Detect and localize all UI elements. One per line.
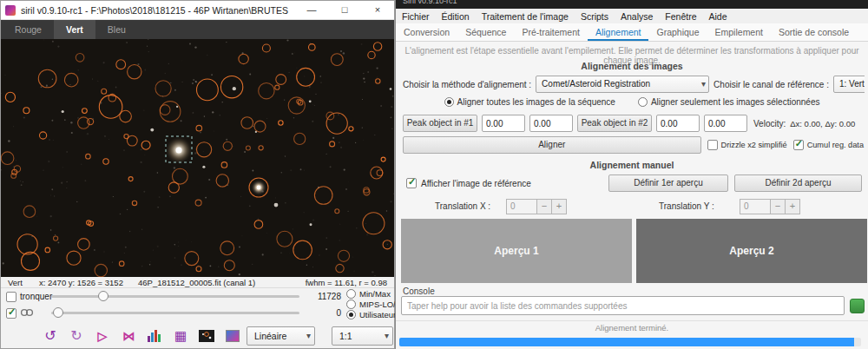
status-channel: Vert [8, 278, 23, 287]
chain-link-icon [20, 308, 34, 319]
control-window-titlebar[interactable]: Siril v0.9.10-rc1 [396, 0, 868, 9]
align-button[interactable]: Aligner [403, 136, 701, 154]
channel-tabs: Rouge Vert Bleu [1, 20, 394, 39]
menubar: Fichier Édition Traitement de l'image Sc… [396, 9, 868, 23]
translation-x-value[interactable]: 0 [506, 199, 537, 214]
peak-object-1-button[interactable]: Peak object in #1 [403, 115, 477, 132]
high-slider-handle[interactable] [98, 291, 108, 301]
translation-y-label: Translation Y : [659, 201, 714, 211]
set-preview2-button[interactable]: Définir 2d aperçu [734, 174, 862, 192]
preview-pane-2: Aperçu 2 [636, 219, 867, 283]
console-input[interactable] [401, 296, 845, 315]
align-row: Aligner Drizzle x2 simplifié Cumul reg. … [403, 136, 864, 154]
method-row: Choisir la méthode d'alignement : Comet/… [403, 76, 865, 93]
peak2-x-input[interactable] [656, 115, 700, 132]
mode-minmax[interactable]: Min/Max [346, 289, 391, 299]
peak1-x-input[interactable] [482, 115, 525, 132]
close-icon[interactable]: × [361, 1, 394, 19]
radio-icon[interactable] [638, 97, 648, 107]
control-window-title: Siril v0.9.10-rc1 [403, 0, 457, 5]
low-level-value: 0 [293, 308, 341, 318]
tab-sequence[interactable]: Séquence [457, 23, 514, 41]
siril-control-window: Siril v0.9.10-rc1 Fichier Édition Traite… [395, 0, 868, 349]
tab-rouge[interactable]: Rouge [3, 20, 54, 39]
show-reference-checkbox[interactable] [406, 178, 417, 188]
cumul-checkbox[interactable] [793, 140, 804, 150]
menu-scripts[interactable]: Scripts [575, 10, 615, 23]
mode-utilisateur[interactable]: Utilisateur [346, 310, 396, 319]
redo-icon[interactable]: ↻ [65, 326, 88, 346]
image-statusbar: Vert x: 2470 y: 1526 = 3152 46P_181512_0… [1, 277, 394, 288]
truncate-checkbox[interactable] [6, 292, 16, 302]
console-run-button[interactable] [850, 299, 865, 313]
menu-fichier[interactable]: Fichier [396, 10, 436, 23]
preview-pane-1: Aperçu 1 [401, 219, 632, 283]
left-window-titlebar[interactable]: siril v0.9.10-rc1 - F:\Photos\2018\18121… [1, 1, 394, 20]
channel-label: Choisir le canal de référence : [713, 80, 829, 89]
radio-icon[interactable] [346, 300, 356, 309]
method-label: Choisir la méthode d'alignement : [403, 80, 531, 89]
progress-bar [399, 338, 861, 346]
undo-icon[interactable]: ↺ [39, 326, 62, 346]
minimize-icon[interactable]: — [295, 1, 328, 19]
menu-fenetre[interactable]: Fenêtre [659, 10, 702, 23]
radio-icon[interactable] [346, 289, 356, 299]
grid-icon[interactable]: ▦ [169, 326, 192, 346]
section-title-manual: Alignement manuel [396, 160, 868, 170]
maximize-icon[interactable]: □ [328, 1, 361, 19]
tab-graphique[interactable]: Graphique [648, 23, 707, 41]
histogram-icon[interactable] [143, 326, 166, 346]
plus-button[interactable]: + [552, 199, 567, 214]
play-icon[interactable]: ▷ [91, 326, 114, 346]
menu-edition[interactable]: Édition [436, 10, 476, 23]
high-level-slider[interactable] [51, 291, 299, 301]
drizzle-checkbox[interactable] [707, 140, 718, 150]
drizzle-checkbox-group[interactable]: Drizzle x2 simplifié [707, 140, 787, 150]
tab-empilement[interactable]: Empilement [707, 23, 771, 41]
velocity-value: Δx: 0.00, Δy: 0.00 [790, 119, 855, 128]
menu-traitement[interactable]: Traitement de l'image [476, 10, 575, 23]
tab-alignement[interactable]: Alignement [588, 23, 649, 41]
set-preview1-button[interactable]: Définir 1er aperçu [608, 174, 728, 192]
channel-dropdown[interactable]: 1: Vert (*) [833, 76, 865, 93]
minus-button[interactable]: − [771, 199, 786, 214]
snapshot-icon[interactable] [195, 326, 218, 346]
peak2-y-input[interactable] [704, 115, 747, 132]
plus-button[interactable]: + [786, 199, 800, 214]
method-dropdown[interactable]: Comet/Asteroid Registration [536, 76, 709, 93]
peak1-y-input[interactable] [529, 115, 573, 132]
scale-mode-dropdown[interactable]: Linéaire [247, 326, 315, 346]
low-slider-handle[interactable] [53, 307, 63, 318]
window-title: siril v0.9.10-rc1 - F:\Photos\2018\18121… [21, 5, 295, 16]
minus-button[interactable]: − [537, 199, 552, 214]
tab-vert[interactable]: Vert [54, 20, 95, 39]
translation-x-spinner: 0 − + [506, 199, 567, 214]
tab-pretraitement[interactable]: Pré-traitement [514, 23, 588, 41]
progress-fill [399, 338, 854, 346]
low-level-slider[interactable] [51, 307, 299, 318]
cumul-checkbox-group[interactable]: Cumul reg. data [793, 140, 864, 150]
show-reference-checkbox-group[interactable]: Afficher l'image de référence [406, 178, 531, 188]
radio-align-all[interactable]: Aligner toutes les images de la séquence [444, 97, 615, 107]
reference-row: Afficher l'image de référence Définir 1e… [396, 174, 868, 194]
high-level-value: 11728 [293, 292, 341, 301]
translation-x-label: Translation X : [435, 201, 490, 211]
starfield-image-canvas[interactable] [1, 39, 394, 277]
radio-icon[interactable] [346, 310, 356, 319]
tab-conversion[interactable]: Conversion [396, 23, 457, 41]
zoom-dropdown[interactable]: 1:1 [332, 326, 393, 346]
peak-object-2-button[interactable]: Peak object in #2 [577, 115, 652, 132]
menu-analyse[interactable]: Analyse [615, 10, 659, 23]
false-color-icon[interactable] [221, 326, 244, 346]
translation-row: Translation X : 0 − + Translation Y : 0 … [396, 199, 868, 216]
link-levels-checkbox[interactable] [6, 308, 16, 319]
radio-align-selected[interactable]: Aligner seulement les images sélectionné… [638, 97, 820, 107]
siril-image-window: siril v0.9.10-rc1 - F:\Photos\2018\18121… [0, 0, 395, 349]
radio-icon[interactable] [444, 97, 454, 107]
menu-aide[interactable]: Aide [703, 10, 733, 23]
flip-icon[interactable]: ⋈ [117, 326, 140, 346]
translation-y-value[interactable]: 0 [740, 199, 771, 214]
tab-sortie-console[interactable]: Sortie de console [771, 23, 857, 41]
tab-bleu[interactable]: Bleu [95, 20, 138, 39]
levels-controls: tronquer 11728 Min/Max MIPS-LO/HI Utilis… [1, 288, 394, 348]
